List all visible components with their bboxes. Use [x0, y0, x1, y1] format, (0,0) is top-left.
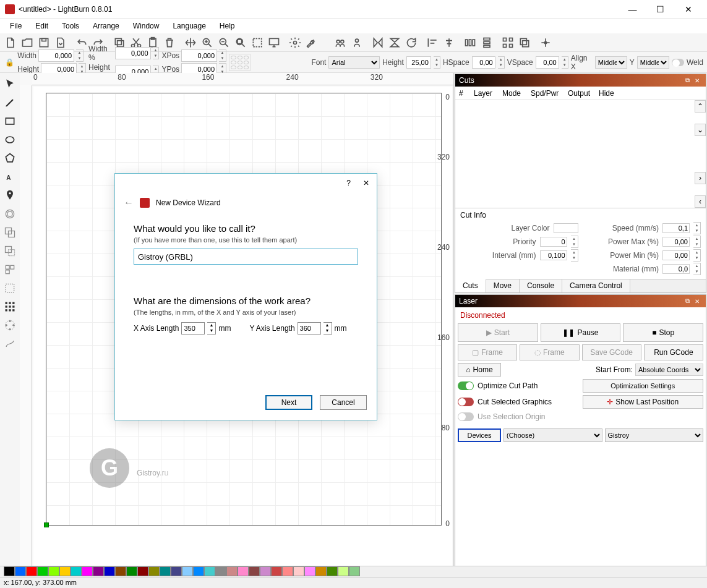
palette-color-26[interactable] [293, 566, 304, 576]
palette-color-9[interactable] [104, 566, 115, 576]
start-button[interactable]: ▶Start [458, 323, 538, 342]
back-icon[interactable]: ← [124, 197, 134, 208]
origin-icon[interactable] [538, 35, 554, 51]
palette-color-23[interactable] [260, 566, 271, 576]
next-button[interactable]: Next [265, 395, 312, 410]
select-frame-icon[interactable] [249, 35, 265, 51]
menu-arrange[interactable]: Arrange [87, 20, 126, 32]
startfrom-select[interactable]: Absolute Coords [635, 364, 703, 376]
modal-close-icon[interactable]: ✕ [363, 179, 369, 187]
material-input[interactable] [662, 264, 690, 274]
scroll-up-icon[interactable]: ⌃ [695, 100, 706, 113]
palette-color-10[interactable] [115, 566, 126, 576]
palette-color-28[interactable] [315, 566, 327, 576]
stop-button[interactable]: ■Stop [623, 323, 703, 342]
palette-color-21[interactable] [238, 566, 249, 576]
palette-color-15[interactable] [171, 566, 182, 576]
interval-input[interactable] [540, 250, 567, 260]
widthp-input[interactable] [115, 47, 151, 59]
weld-toggle[interactable] [672, 59, 684, 66]
save-icon[interactable] [36, 35, 52, 51]
help-icon[interactable]: ? [346, 179, 351, 187]
home-button[interactable]: ⌂Home [458, 363, 501, 377]
text-tool-icon[interactable]: A [1, 168, 19, 185]
palette-color-18[interactable] [204, 566, 215, 576]
device-select[interactable]: Gistroy [605, 428, 704, 442]
palette-color-12[interactable] [137, 566, 148, 576]
zoom-out-icon[interactable] [216, 35, 232, 51]
alignx-select[interactable]: Middle [595, 56, 627, 69]
zoom-fit-icon[interactable] [233, 35, 249, 51]
cancel-button[interactable]: Cancel [320, 395, 367, 410]
palette-color-1[interactable] [15, 566, 26, 576]
lock-icon[interactable]: 🔒 [4, 52, 15, 73]
palette-color-16[interactable] [182, 566, 193, 576]
menu-edit[interactable]: Edit [29, 20, 54, 32]
font-select[interactable]: Arial [328, 56, 380, 69]
palette-color-3[interactable] [37, 566, 48, 576]
palette-color-30[interactable] [338, 566, 349, 576]
x-axis-input[interactable] [181, 322, 205, 334]
settings-icon[interactable] [287, 35, 303, 51]
device-name-input[interactable] [134, 249, 358, 265]
align-center-icon[interactable] [441, 35, 457, 51]
speed-input[interactable] [662, 223, 690, 233]
tab-console[interactable]: Console [520, 279, 562, 292]
menu-help[interactable]: Help [213, 20, 241, 32]
undo-icon[interactable] [74, 35, 90, 51]
pause-button[interactable]: ❚❚Pause [541, 323, 621, 342]
bool-tool-icon[interactable] [1, 242, 19, 260]
group-icon[interactable] [332, 35, 348, 51]
palette-color-6[interactable] [71, 566, 82, 576]
zoom-in-icon[interactable] [199, 35, 215, 51]
array-tool-icon[interactable] [1, 261, 19, 278]
path-tool-icon[interactable] [1, 335, 19, 352]
new-icon[interactable] [2, 35, 19, 51]
palette-color-17[interactable] [193, 566, 204, 576]
grid-tool-icon[interactable] [1, 298, 19, 315]
flip-h-icon[interactable] [370, 35, 386, 51]
palette-color-7[interactable] [82, 566, 93, 576]
tab-move[interactable]: Move [486, 279, 520, 292]
close-button[interactable]: ✕ [674, 0, 702, 19]
panel-close-icon[interactable]: ✕ [692, 77, 702, 84]
fheight-input[interactable] [406, 56, 431, 69]
layer-color-swatch[interactable] [554, 223, 578, 233]
panel-popout-icon[interactable]: ⧉ [682, 297, 692, 305]
opt-settings-button[interactable]: Optimization Settings [583, 379, 704, 393]
pen-tool-icon[interactable] [1, 94, 19, 111]
flip-v-icon[interactable] [387, 35, 403, 51]
optimize-toggle[interactable] [458, 381, 474, 390]
xpos-input[interactable] [181, 49, 217, 62]
pmax-input[interactable] [662, 237, 690, 247]
aligny-select[interactable]: Middle [637, 56, 669, 69]
priority-input[interactable] [540, 237, 567, 247]
anchor-grid[interactable] [229, 54, 251, 71]
palette-color-8[interactable] [93, 566, 104, 576]
palette-color-20[interactable] [226, 566, 238, 576]
distribute-v-icon[interactable] [479, 35, 495, 51]
menu-tools[interactable]: Tools [56, 20, 85, 32]
frame-circle-button[interactable]: ◌Frame [520, 344, 579, 360]
pmin-input[interactable] [662, 250, 690, 260]
devices-button[interactable]: Devices [458, 428, 501, 442]
x-spinner[interactable]: ▲▼ [207, 322, 216, 334]
palette-color-5[interactable] [59, 566, 71, 576]
weld-tool-icon[interactable] [1, 224, 19, 241]
menu-file[interactable]: File [4, 20, 28, 32]
scroll-down-icon[interactable]: ⌄ [695, 124, 706, 136]
save-gcode-button[interactable]: Save GCode [582, 344, 641, 360]
usesel-toggle[interactable] [458, 412, 474, 421]
run-gcode-button[interactable]: Run GCode [644, 344, 703, 360]
wrench-icon[interactable] [304, 35, 320, 51]
palette-color-29[interactable] [327, 566, 338, 576]
palette-color-14[interactable] [160, 566, 171, 576]
tab-cuts[interactable]: Cuts [455, 279, 486, 292]
pan-icon[interactable] [182, 35, 199, 51]
boolean-icon[interactable] [516, 35, 533, 51]
palette-color-2[interactable] [26, 566, 37, 576]
maximize-button[interactable]: ☐ [646, 0, 674, 19]
import-icon[interactable] [53, 35, 69, 51]
distribute-h-icon[interactable] [462, 35, 478, 51]
width-input[interactable] [38, 49, 74, 62]
